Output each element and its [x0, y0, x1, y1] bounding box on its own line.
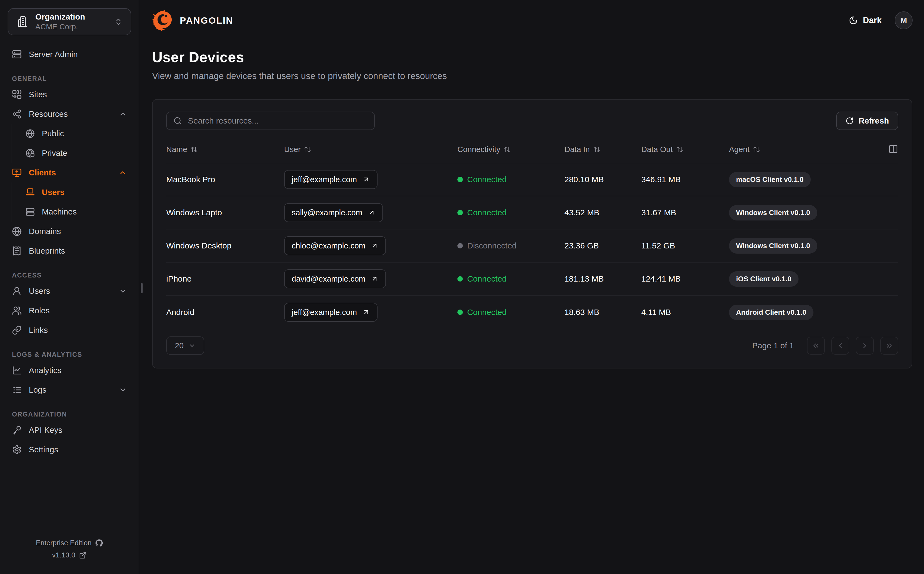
sidebar-item-machines[interactable]: Machines: [21, 202, 131, 222]
chart-line-icon: [12, 366, 22, 375]
sidebar-item-links[interactable]: Links: [8, 320, 131, 340]
sidebar-item-resources[interactable]: Resources: [8, 104, 131, 124]
arrow-up-right-icon: [371, 275, 378, 283]
sidebar-item-label: Blueprints: [29, 246, 65, 255]
user-link-button[interactable]: chloe@example.com: [284, 236, 386, 255]
user-link-button[interactable]: jeff@example.com: [284, 303, 377, 322]
clients-subgroup: Users Machines: [11, 183, 131, 222]
arrow-up-right-icon: [362, 176, 370, 183]
section-label-general: GENERAL: [12, 75, 131, 82]
moon-icon: [849, 16, 858, 25]
sort-icon[interactable]: [191, 146, 198, 153]
user-link-button[interactable]: david@example.com: [284, 270, 386, 289]
page-size-select[interactable]: 20: [166, 336, 204, 355]
brand[interactable]: PANGOLIN: [152, 9, 233, 31]
refresh-button[interactable]: Refresh: [836, 112, 898, 130]
sort-icon[interactable]: [753, 146, 760, 153]
user-email: jeff@example.com: [292, 175, 357, 184]
data-out-value: 346.91 MB: [641, 175, 729, 184]
brand-name: PANGOLIN: [180, 15, 233, 26]
column-header-agent: Agent: [729, 144, 898, 155]
sidebar-item-sites[interactable]: Sites: [8, 85, 131, 104]
data-out-value: 31.67 MB: [641, 208, 729, 217]
last-page-button[interactable]: [880, 337, 898, 355]
device-name: MacBook Pro: [166, 175, 284, 184]
org-selector[interactable]: Organization ACME Corp.: [8, 8, 131, 35]
search-input[interactable]: [188, 116, 368, 126]
server-icon: [12, 49, 22, 59]
chevron-down-icon: [189, 342, 196, 349]
chevron-up-icon: [119, 169, 127, 177]
refresh-label: Refresh: [859, 116, 889, 125]
sidebar-item-label: Clients: [29, 168, 56, 177]
column-header-name: Name: [166, 145, 284, 154]
sidebar-item-domains[interactable]: Domains: [8, 222, 131, 241]
sort-icon[interactable]: [593, 146, 601, 153]
table-row: iPhone david@example.com Connected 1: [166, 263, 898, 296]
sort-icon[interactable]: [676, 146, 683, 153]
edition-label: Enterprise Edition: [36, 539, 91, 547]
status-label: Connected: [467, 175, 506, 184]
sidebar-item-label: Sites: [29, 90, 47, 99]
gear-icon: [12, 445, 22, 454]
avatar[interactable]: M: [895, 11, 913, 29]
edition-row[interactable]: Enterprise Edition: [36, 539, 103, 547]
next-page-button[interactable]: [856, 337, 874, 355]
globe-lock-icon: [25, 148, 35, 158]
column-header-data-out: Data Out: [641, 145, 729, 154]
device-name: Android: [166, 308, 284, 317]
sidebar-item-private[interactable]: Private: [21, 144, 131, 163]
data-in-value: 181.13 MB: [564, 274, 641, 284]
column-label: Name: [166, 145, 187, 154]
table-row: Android jeff@example.com Connected 1: [166, 296, 898, 329]
monitor-up-icon: [12, 168, 22, 178]
connectivity-status: Connected: [457, 274, 564, 284]
sidebar-item-public[interactable]: Public: [21, 124, 131, 144]
sidebar-resize-handle[interactable]: [141, 283, 143, 293]
status-label: Connected: [467, 308, 506, 317]
combine-icon: [12, 90, 22, 99]
first-page-button[interactable]: [807, 337, 825, 355]
sidebar-item-settings[interactable]: Settings: [8, 440, 131, 459]
sidebar-item-roles[interactable]: Roles: [8, 301, 131, 320]
previous-page-button[interactable]: [831, 337, 849, 355]
search-icon: [173, 117, 182, 125]
sidebar-item-server-admin[interactable]: Server Admin: [8, 44, 131, 64]
agent-badge: Windows Client v0.1.0: [729, 205, 817, 221]
pagination: Page 1 of 1: [752, 337, 898, 355]
logs-icon: [12, 385, 22, 395]
sidebar-item-label: Users: [42, 188, 65, 197]
sidebar-item-logs[interactable]: Logs: [8, 380, 131, 400]
columns-toggle-button[interactable]: [888, 144, 898, 155]
sort-icon[interactable]: [304, 146, 311, 153]
sidebar-item-label: Logs: [29, 385, 46, 394]
card-footer: 20 Page 1 of 1: [166, 336, 898, 355]
theme-toggle-button[interactable]: Dark: [847, 15, 883, 25]
receipt-icon: [12, 246, 22, 256]
data-in-value: 23.36 GB: [564, 241, 641, 250]
external-link-icon: [79, 552, 87, 559]
refresh-icon: [845, 117, 854, 125]
column-label: Data In: [564, 145, 590, 154]
sidebar-item-users-devices[interactable]: Users: [21, 183, 131, 202]
version-row[interactable]: v1.13.0: [52, 551, 87, 559]
org-selector-text: Organization ACME Corp.: [35, 12, 107, 31]
data-in-value: 43.52 MB: [564, 208, 641, 217]
column-header-user: User: [284, 145, 457, 154]
user-icon: [12, 286, 22, 296]
avatar-initial: M: [900, 16, 907, 25]
user-link-button[interactable]: jeff@example.com: [284, 170, 377, 189]
link-icon: [12, 325, 22, 335]
column-label: Connectivity: [457, 145, 500, 154]
card-toolbar: Refresh: [166, 112, 898, 130]
data-out-value: 11.52 GB: [641, 241, 729, 250]
device-name: Windows Lapto: [166, 208, 284, 217]
sidebar-item-blueprints[interactable]: Blueprints: [8, 241, 131, 261]
sidebar-item-users[interactable]: Users: [8, 281, 131, 301]
devices-card: Refresh Name User Connectivity Data In D…: [152, 99, 912, 369]
sidebar-item-clients[interactable]: Clients: [8, 163, 131, 183]
sidebar-item-api-keys[interactable]: API Keys: [8, 420, 131, 440]
user-link-button[interactable]: sally@example.com: [284, 203, 383, 222]
sort-icon[interactable]: [503, 146, 511, 153]
sidebar-item-analytics[interactable]: Analytics: [8, 361, 131, 380]
